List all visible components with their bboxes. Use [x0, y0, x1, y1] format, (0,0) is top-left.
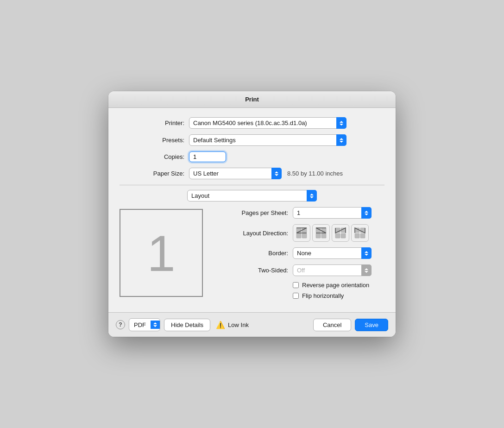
copies-label: Copies:: [120, 153, 184, 160]
reverse-orientation-checkbox[interactable]: [293, 282, 299, 288]
layout-section: 1 Pages per Sheet: 1 2 4 6 9 16: [120, 207, 384, 303]
direction-buttons: [293, 224, 369, 242]
hide-details-button[interactable]: Hide Details: [164, 319, 210, 331]
layout-panel-select-wrapper: Layout: [187, 190, 317, 201]
low-ink-area: ⚠️ Low Ink: [216, 321, 249, 329]
paper-size-info: 8.50 by 11.00 inches: [287, 170, 343, 177]
pages-per-sheet-select-wrapper: 1 2 4 6 9 16: [293, 207, 372, 219]
direction-btn-z-rl[interactable]: [312, 224, 330, 242]
svg-rect-3: [302, 233, 307, 238]
divider: [120, 185, 384, 185]
svg-rect-2: [296, 233, 301, 238]
help-button[interactable]: ?: [116, 320, 125, 329]
preview-box: 1: [120, 209, 203, 297]
paper-size-row: Paper Size: US Letter 8.50 by 11.00 inch…: [120, 168, 384, 179]
pages-per-sheet-label: Pages per Sheet:: [214, 209, 288, 216]
flip-horizontally-row: Flip horizontally: [293, 292, 384, 299]
layout-direction-row: Layout Direction:: [214, 224, 384, 242]
layout-direction-label: Layout Direction:: [214, 230, 288, 237]
border-select-wrapper: None: [293, 247, 372, 259]
two-sided-row: Two-Sided: Off: [214, 264, 384, 276]
reverse-orientation-row: Reverse page orientation: [293, 282, 384, 289]
border-label: Border:: [214, 250, 288, 257]
border-row: Border: None: [214, 247, 384, 259]
layout-fields: Pages per Sheet: 1 2 4 6 9 16: [214, 207, 384, 303]
presets-select[interactable]: Default Settings: [189, 134, 346, 146]
pdf-button-group[interactable]: PDF: [129, 318, 160, 331]
two-sided-select[interactable]: Off: [293, 264, 372, 276]
svg-rect-15: [360, 233, 365, 238]
presets-row: Presets: Default Settings: [120, 134, 384, 146]
checkbox-area: Reverse page orientation Flip horizontal…: [293, 282, 384, 299]
paper-size-select[interactable]: US Letter: [189, 168, 282, 179]
dialog-content: Printer: Canon MG5400 series (18.0c.ac.3…: [108, 108, 396, 312]
print-dialog: Print Printer: Canon MG5400 series (18.0…: [108, 91, 396, 337]
warning-icon: ⚠️: [216, 321, 225, 329]
reverse-orientation-label[interactable]: Reverse page orientation: [302, 282, 369, 289]
presets-label: Presets:: [120, 137, 184, 144]
layout-panel-select[interactable]: Layout: [187, 190, 317, 201]
svg-rect-11: [341, 233, 346, 238]
pdf-chevron-icon: [151, 321, 160, 329]
paper-size-select-wrapper: US Letter: [189, 168, 282, 179]
save-button[interactable]: Save: [355, 319, 388, 331]
flip-horizontally-checkbox[interactable]: [293, 293, 299, 299]
dialog-title: Print: [108, 91, 396, 108]
paper-size-label: Paper Size:: [120, 170, 184, 177]
pages-per-sheet-row: Pages per Sheet: 1 2 4 6 9 16: [214, 207, 384, 219]
border-select[interactable]: None: [293, 247, 372, 259]
footer: ? PDF Hide Details ⚠️ Low Ink Cancel Sav…: [108, 312, 396, 337]
low-ink-text: Low Ink: [228, 321, 249, 328]
svg-rect-14: [355, 233, 359, 238]
title-text: Print: [245, 96, 259, 103]
preview-number: 1: [147, 224, 175, 283]
panel-select-row: Layout: [120, 190, 384, 201]
direction-btn-z-lr[interactable]: [293, 224, 310, 242]
copies-input[interactable]: [189, 151, 226, 162]
printer-label: Printer:: [120, 120, 184, 126]
svg-rect-10: [335, 233, 340, 238]
presets-select-wrapper: Default Settings: [189, 134, 346, 146]
pages-per-sheet-select[interactable]: 1 2 4 6 9 16: [293, 207, 372, 219]
printer-select[interactable]: Canon MG5400 series (18.0c.ac.35.d1.0a): [189, 117, 346, 129]
two-sided-select-wrapper: Off: [293, 264, 372, 276]
flip-horizontally-label[interactable]: Flip horizontally: [302, 292, 344, 299]
two-sided-label: Two-Sided:: [214, 267, 288, 274]
printer-row: Printer: Canon MG5400 series (18.0c.ac.3…: [120, 117, 384, 129]
pdf-label: PDF: [129, 321, 151, 328]
copies-row: Copies:: [120, 151, 384, 162]
svg-rect-6: [316, 233, 321, 238]
direction-btn-n-rl[interactable]: [351, 224, 369, 242]
direction-btn-n-lr[interactable]: [332, 224, 349, 242]
svg-rect-7: [321, 233, 326, 238]
printer-select-wrapper: Canon MG5400 series (18.0c.ac.35.d1.0a): [189, 117, 346, 129]
cancel-button[interactable]: Cancel: [313, 319, 351, 331]
